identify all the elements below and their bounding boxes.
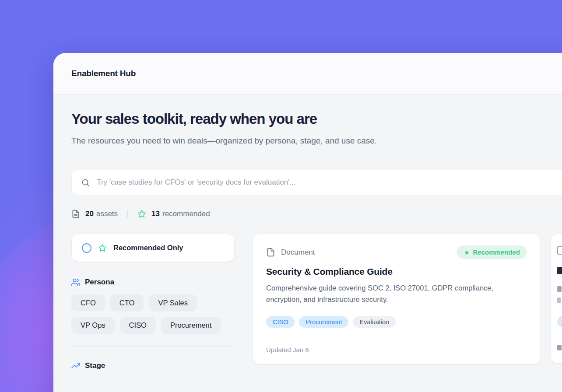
file-text-icon xyxy=(71,210,80,218)
card-type-label: Document xyxy=(281,248,315,257)
panel-body: Your sales toolkit, ready when you are T… xyxy=(53,111,562,370)
stage-label: Stage xyxy=(85,361,105,370)
persona-chip-cto[interactable]: CTO xyxy=(110,294,144,312)
panel-header: Enablement Hub xyxy=(53,53,562,94)
users-icon xyxy=(71,278,80,287)
card-description-fragment xyxy=(557,298,561,303)
card-updated-text: Updated Jan 6 xyxy=(266,340,527,364)
persona-chip-cfo[interactable]: CFO xyxy=(71,294,105,312)
card-title-fragment xyxy=(557,267,562,274)
assets-count: 20 xyxy=(85,210,94,218)
tag-evaluation[interactable]: Evaluation xyxy=(353,316,396,328)
search-icon xyxy=(81,178,90,187)
persona-section-heading: Persona xyxy=(71,278,235,287)
recommended-badge: ★ Recommended xyxy=(457,245,527,259)
card-updated-fragment xyxy=(557,345,562,350)
file-icon xyxy=(557,246,562,255)
trending-up-icon xyxy=(71,361,80,370)
radio-circle-icon[interactable] xyxy=(82,243,91,253)
tag-ciso[interactable]: CISO xyxy=(266,316,295,328)
persona-chip-procurement[interactable]: Procurement xyxy=(161,317,221,334)
persona-chip-vp-ops[interactable]: VP Ops xyxy=(71,317,115,334)
enablement-hub-panel: Enablement Hub Your sales toolkit, ready… xyxy=(53,53,562,392)
tag-fragment xyxy=(557,316,562,328)
card-description-fragment xyxy=(557,286,562,292)
persona-chip-ciso[interactable]: CISO xyxy=(120,317,156,334)
star-icon xyxy=(98,244,107,252)
page-title: Your sales toolkit, ready when you are xyxy=(71,111,562,127)
search-input[interactable] xyxy=(97,178,562,187)
asset-card-partial[interactable] xyxy=(551,234,562,364)
asset-cards-area: Document ★ Recommended Security & Compli… xyxy=(253,234,562,364)
page-subtitle: The resources you need to win deals—orga… xyxy=(71,133,435,149)
sidebar-divider xyxy=(71,346,235,347)
search-bar[interactable] xyxy=(71,170,562,195)
star-icon xyxy=(137,210,146,218)
recommended-badge-label: Recommended xyxy=(473,248,520,256)
card-type: Document xyxy=(266,248,315,257)
stats-row: 20 assets 13 recommended xyxy=(71,210,562,218)
star-filled-icon: ★ xyxy=(464,249,470,256)
recommended-only-label: Recommended Only xyxy=(113,244,183,252)
filter-sidebar: Recommended Only Persona CFO xyxy=(71,234,235,370)
stage-section-heading: Stage xyxy=(71,361,235,370)
card-title[interactable]: Security & Compliance Guide xyxy=(266,266,527,277)
card-description: Comprehensive guide covering SOC 2, ISO … xyxy=(266,282,527,305)
recommended-count: 13 xyxy=(151,210,160,218)
assets-label: assets xyxy=(96,210,118,218)
content-columns: Recommended Only Persona CFO xyxy=(71,234,562,370)
file-icon xyxy=(266,248,275,257)
persona-chip-vp-sales[interactable]: VP Sales xyxy=(149,294,197,312)
card-tags: CISO Procurement Evaluation xyxy=(266,316,527,328)
stats-divider xyxy=(127,210,128,218)
persona-label: Persona xyxy=(85,278,114,287)
app-title: Enablement Hub xyxy=(71,69,136,78)
asset-card-security-compliance[interactable]: Document ★ Recommended Security & Compli… xyxy=(253,234,541,364)
recommended-label: recommended xyxy=(162,210,210,218)
tag-procurement[interactable]: Procurement xyxy=(299,316,348,328)
card-top-row: Document ★ Recommended xyxy=(266,245,527,259)
persona-chips: CFO CTO VP Sales VP Ops CISO Procurement xyxy=(71,294,235,334)
recommended-only-toggle[interactable]: Recommended Only xyxy=(71,234,235,262)
